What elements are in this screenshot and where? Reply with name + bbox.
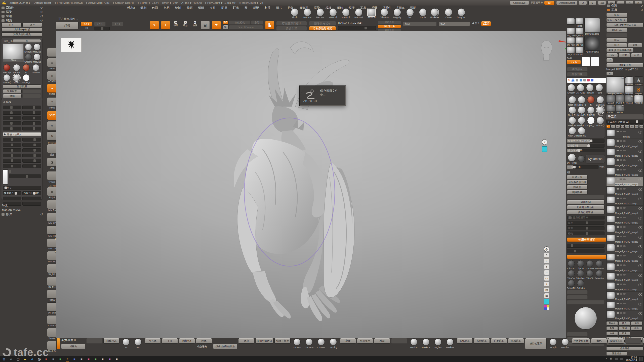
morph-target-icon[interactable]: ▙ [265, 21, 274, 30]
subtool-toggles[interactable] [617, 284, 626, 285]
menu-item[interactable]: 文档 [164, 6, 170, 10]
clip-brush[interactable]: NoseBru [595, 260, 604, 270]
material-swatch[interactable]: Blinn [13, 74, 21, 84]
subtool-visibility-eye-icon[interactable] [638, 264, 642, 267]
menu-item[interactable]: 笔刷 [140, 6, 146, 10]
matcap-generator-button[interactable]: MatCap 生成器 [0, 208, 23, 212]
subtool-view-tab[interactable]: V2 [611, 124, 615, 128]
bottom-shelf-item[interactable]: 着色 [591, 338, 607, 344]
zscript-back-icon[interactable]: ◂! [579, 1, 587, 5]
subtool-visibility-eye-icon[interactable] [638, 312, 642, 315]
taskbar-app-icon[interactable]: ■ [44, 356, 49, 361]
subtool-action-button[interactable]: 重命名 [606, 321, 618, 326]
bottom-shelf-item[interactable]: 模糊遮罩 [474, 338, 490, 344]
scale-button[interactable]: S缩放 [182, 21, 189, 27]
clock[interactable]: 17:03 2024/7/14 [626, 356, 637, 362]
taskbar-app-icon[interactable]: ○ [9, 356, 14, 361]
lightbox-material-button[interactable]: Lightbox▶材质 [2, 28, 42, 32]
grid-icon[interactable]: ▦ [544, 293, 549, 298]
clip-brush[interactable]: TrimRect [576, 270, 585, 280]
delete-history-button[interactable]: 删除历史记录 [309, 21, 336, 26]
ime-language-toggle[interactable]: 英 [572, 78, 575, 82]
material-swatch[interactable]: Chrome [24, 54, 32, 63]
menu-item[interactable]: 材质 [265, 6, 271, 10]
z-intensity-slider[interactable]: Z强度 58 [567, 144, 605, 148]
brush-slot[interactable]: ○ Circle [418, 9, 428, 19]
material-swatch[interactable]: SkinSha [24, 43, 32, 53]
quick-brush[interactable]: JN_Col [567, 47, 575, 56]
zsub-button[interactable]: Zsub [567, 60, 581, 64]
material-swatch[interactable]: StartupI [13, 64, 21, 74]
subtool-action-button[interactable]: 重建细分 [606, 351, 627, 356]
material-or-brush-swatch[interactable]: Nash Ex [568, 106, 577, 116]
taskbar-app-icon[interactable]: ▰ [23, 356, 28, 361]
subtool-row[interactable]: Merged_PM3D_fange27_05 [607, 311, 643, 320]
ui-opacity-slider[interactable]: 界面透明 0 [531, 1, 543, 5]
bottom-shelf-item[interactable]: Topolog [328, 338, 339, 349]
polygroup-button[interactable]: 边缘环添加边框 [567, 205, 605, 209]
palette-header[interactable]: 笔刷 ↺ [0, 14, 44, 18]
tray-expand-icon[interactable]: ^ [606, 358, 607, 360]
menu-item[interactable]: Alpha [127, 6, 135, 10]
subtool-row[interactable]: Merged_PM3D_fange27_06 [607, 301, 643, 311]
quick-brush[interactable]: PlanarR [585, 84, 594, 94]
tool-thumbnail[interactable]: SimpleB [634, 86, 643, 95]
subtool-row[interactable]: Merged_PM3D_fange27_32 [607, 177, 643, 187]
notification-center-icon[interactable] [639, 357, 642, 361]
material-or-brush-swatch[interactable]: Nash Cu [577, 127, 586, 137]
multiview-icon[interactable]: ▤ [201, 21, 210, 30]
menu-item[interactable]: 标记 [253, 6, 259, 10]
subtool-visibility-eye-icon[interactable] [638, 169, 642, 172]
menu-item[interactable]: 动态 [187, 6, 193, 10]
show-used-button[interactable]: 显示所用 [3, 84, 41, 88]
material-or-brush-swatch[interactable]: Nash Tu [568, 96, 577, 106]
polygroup-button[interactable]: 自动分组 [567, 175, 588, 179]
bottom-shelf-item[interactable]: 锐化遮罩 [457, 338, 473, 344]
list-icon[interactable]: ▤ [544, 287, 549, 292]
subtool-action-button[interactable]: 可见 [619, 331, 630, 336]
refresh-icon[interactable]: ↺ [640, 4, 643, 8]
subtool-toggles[interactable] [617, 236, 626, 237]
mirror-x-button[interactable]: >X< [80, 22, 92, 26]
store-morph-target-button[interactable]: 存储变形目标 1 [276, 21, 307, 26]
subtool-row[interactable]: Merged_PM3D_fange27_33 [607, 167, 643, 177]
bottom-shelf-item[interactable]: 精简 [374, 338, 390, 344]
subtool-row[interactable]: Merged_PM3D_fange27_34 [607, 158, 643, 167]
quick-brush[interactable]: Smooth [567, 84, 576, 94]
taskbar-app-icon[interactable]: ■ [93, 356, 98, 361]
brush-slot[interactable]: Magnify [392, 9, 403, 19]
clip-brush[interactable]: SelectLa [595, 270, 604, 280]
bottom-shelf-item[interactable]: 扩展遮罩 [491, 338, 507, 344]
clip-brush[interactable]: ClipCirC [567, 260, 576, 270]
subtool-row[interactable]: Merged_PM3D_fange27_26 [607, 273, 643, 282]
subtool-toggles[interactable] [617, 150, 626, 151]
tool-action-button[interactable]: 灯箱▶工具 [606, 63, 643, 67]
outline-slider[interactable]: 轮廓线 1 [3, 191, 21, 195]
draw-size-slider[interactable]: 绘制大小 460.44232 [567, 139, 605, 143]
subtool-toggles[interactable] [617, 293, 626, 295]
help-bubble-icon[interactable]: ? [542, 139, 547, 145]
tool-action-button[interactable]: 保存（编号加1） [606, 18, 627, 22]
subtool-toggles[interactable] [617, 255, 626, 256]
subtool-toggles[interactable] [617, 169, 626, 170]
bottom-shelf-item[interactable]: CurveBr [316, 338, 327, 349]
subtool-toggles[interactable] [617, 245, 626, 247]
color-swatch[interactable] [591, 57, 599, 66]
brush-slot[interactable]: Pinch [289, 9, 300, 19]
brush-slot[interactable]: ⊡ DragRec [456, 9, 467, 19]
subtool-view-tab[interactable]: V3 [616, 124, 620, 128]
material-swatch[interactable]: MatCap [3, 64, 11, 74]
subtool-toggles[interactable] [617, 312, 626, 314]
brush-slot[interactable]: MAHcut [315, 9, 326, 19]
subtool-visibility-eye-icon[interactable] [638, 217, 642, 219]
brush-slot[interactable]: MAHpoli [341, 9, 351, 19]
taskbar-app-icon[interactable]: ■ [86, 356, 91, 361]
clip-brush[interactable]: TrimCur [567, 270, 576, 280]
quick-brush[interactable]: Inflat [575, 18, 583, 27]
subtool-row[interactable]: Merged_PM3D_fange27_07 [607, 292, 643, 301]
tool-thumbnail[interactable]: PM3D_B [634, 95, 643, 104]
polygroup-button[interactable] [567, 195, 605, 199]
save-startup-material-button[interactable]: 另存为启动材质 [2, 32, 42, 36]
brush-slot[interactable]: MAHsmi [353, 9, 364, 19]
quick-brush[interactable]: JN_Cold [567, 28, 575, 37]
